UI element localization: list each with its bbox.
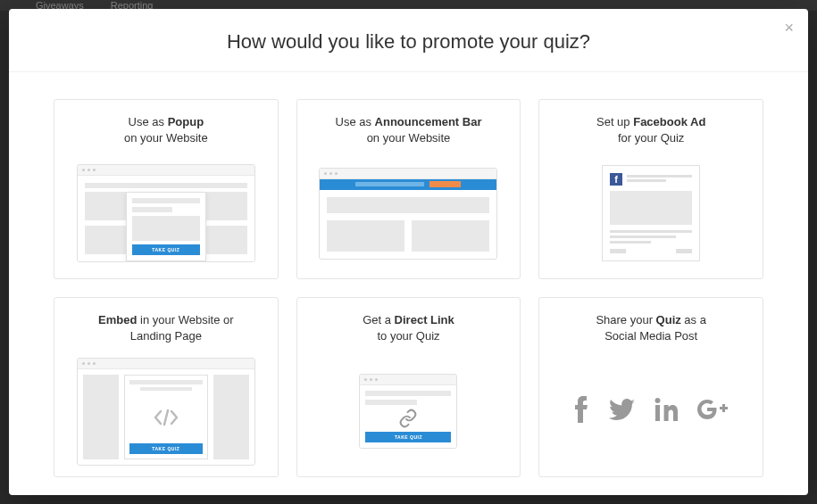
modal-header: How would you like to promote your quiz?… [9,9,808,72]
popup-cta: TAKE QUIZ [132,244,200,255]
facebook-share-icon[interactable] [572,396,588,426]
card-title: Use as Announcement Bar on your Website [336,114,482,146]
modal-title: How would you like to promote your quiz? [27,30,790,54]
card-title: Embed in your Website or Landing Page [98,312,233,344]
social-icons-row [572,355,729,467]
card-title: Get a Direct Link to your Quiz [363,312,454,344]
option-announcement-bar[interactable]: Use as Announcement Bar on your Website [296,99,521,279]
modal-body: Use as Popup on your Website [9,72,808,495]
twitter-share-icon[interactable] [608,399,635,425]
linkedin-share-icon[interactable] [654,398,678,425]
card-title: Share your Quiz as a Social Media Post [596,312,706,344]
option-facebook-ad[interactable]: Set up Facebook Ad for your Quiz f [538,99,763,279]
googleplus-share-icon[interactable] [697,399,729,424]
embed-cta: TAKE QUIZ [129,443,203,454]
popup-illustration: TAKE QUIZ [63,157,269,269]
facebook-icon: f [610,173,622,186]
option-social-share[interactable]: Share your Quiz as a Social Media Post [538,297,763,477]
announcement-illustration [306,157,512,269]
card-title: Set up Facebook Ad for your Quiz [596,114,705,146]
facebook-illustration: f [548,157,754,269]
link-icon [365,409,451,428]
embed-illustration: TAKE QUIZ [63,355,269,467]
promote-quiz-modal: How would you like to promote your quiz?… [9,9,808,495]
directlink-illustration: TAKE QUIZ [306,355,512,467]
option-direct-link[interactable]: Get a Direct Link to your Quiz TAKE QUIZ [296,297,521,477]
card-title: Use as Popup on your Website [124,114,208,146]
close-button[interactable]: × [784,20,794,36]
code-icon [153,396,179,440]
directlink-cta: TAKE QUIZ [365,432,451,442]
option-popup[interactable]: Use as Popup on your Website [54,99,279,279]
option-embed[interactable]: Embed in your Website or Landing Page [54,297,279,477]
